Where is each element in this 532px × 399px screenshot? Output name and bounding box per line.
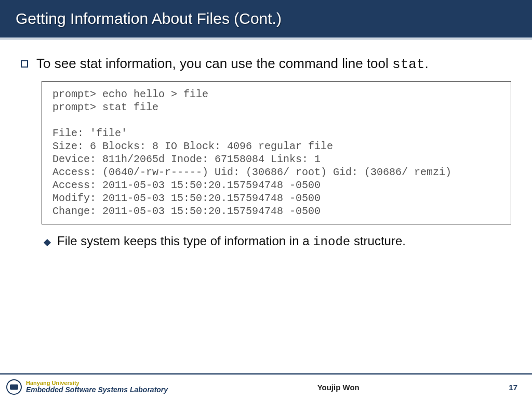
bullet-pre: To see stat information, you can use the… — [36, 56, 392, 71]
slide-body: To see stat information, you can use the… — [0, 39, 532, 373]
author-name: Youjip Won — [317, 383, 360, 392]
lab-name: Embedded Software Systems Laboratory — [26, 386, 168, 394]
bullet-item: To see stat information, you can use the… — [21, 55, 511, 74]
title-bar: Getting Information About Files (Cont.) — [0, 0, 532, 37]
slide: Getting Information About Files (Cont.) … — [0, 0, 532, 399]
footer: Hanyang University Embedded Software Sys… — [0, 375, 532, 399]
page-number: 17 — [509, 383, 517, 392]
diamond-bullet-icon — [44, 239, 51, 246]
slide-title: Getting Information About Files (Cont.) — [16, 10, 282, 28]
sub-bullet-text: File system keeps this type of informati… — [57, 234, 406, 249]
sub-code: inode — [313, 235, 350, 249]
bullet-text: To see stat information, you can use the… — [36, 55, 429, 74]
footer-left: Hanyang University Embedded Software Sys… — [6, 379, 168, 395]
lab-text: Hanyang University Embedded Software Sys… — [26, 380, 168, 394]
bullet-code: stat — [392, 57, 424, 72]
sub-bullet-item: File system keeps this type of informati… — [45, 234, 511, 249]
code-block: prompt> echo hello > file prompt> stat f… — [42, 81, 511, 224]
sub-post: structure. — [350, 234, 406, 248]
bullet-post: . — [424, 56, 428, 71]
sub-pre: File system keeps this type of informati… — [57, 234, 313, 248]
logo-inner-icon — [10, 384, 18, 390]
university-logo-icon — [6, 379, 22, 395]
square-bullet-icon — [21, 60, 28, 68]
